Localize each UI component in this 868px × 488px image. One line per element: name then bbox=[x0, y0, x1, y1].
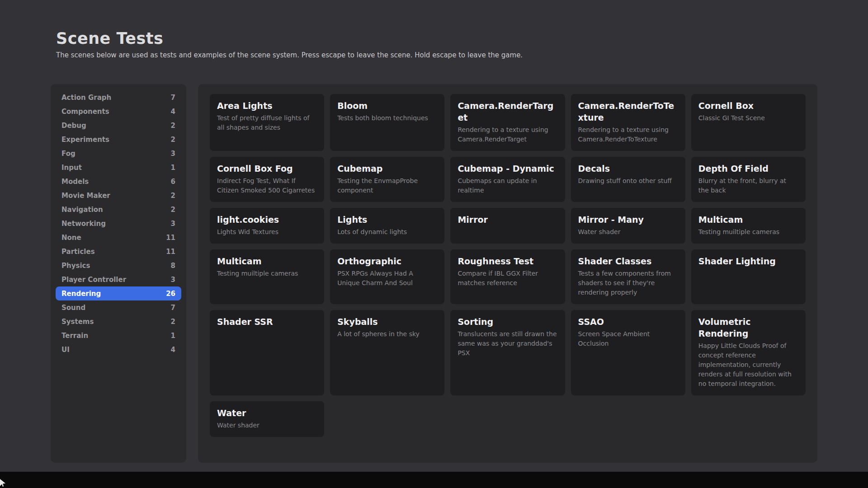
sidebar-item-particles[interactable]: Particles 11 bbox=[56, 244, 181, 258]
scene-card-description: Lots of dynamic lights bbox=[337, 227, 437, 237]
sidebar-item-label: Fog bbox=[61, 150, 75, 158]
scene-card-decals[interactable]: Decals Drawing stuff onto other stuff bbox=[571, 157, 685, 202]
sidebar-item-label: Systems bbox=[61, 318, 94, 326]
scene-card-area-lights[interactable]: Area Lights Test of pretty diffuse light… bbox=[210, 94, 324, 151]
sidebar-item-action-graph[interactable]: Action Graph 7 bbox=[56, 90, 181, 104]
scene-card-volumetric-rendering[interactable]: Volumetric Rendering Happy Little Clouds… bbox=[691, 310, 806, 395]
scene-card-description: Testing the EnvmapProbe component bbox=[337, 176, 437, 195]
sidebar-item-count: 6 bbox=[171, 178, 175, 186]
scene-card-title: SSAO bbox=[578, 316, 678, 328]
scene-card-ssao[interactable]: SSAO Screen Space Ambient Occlusion bbox=[571, 310, 685, 395]
sidebar-item-count: 1 bbox=[171, 164, 175, 172]
sidebar-item-label: Action Graph bbox=[61, 94, 111, 102]
sidebar-item-label: Models bbox=[61, 178, 89, 186]
sidebar-item-count: 1 bbox=[171, 332, 175, 340]
sidebar-item-count: 7 bbox=[171, 94, 175, 102]
sidebar-item-count: 4 bbox=[171, 108, 175, 116]
sidebar-item-navigation[interactable]: Navigation 2 bbox=[56, 202, 181, 216]
scene-card-camera-rendertotexture[interactable]: Camera.RenderToTexture Rendering to a te… bbox=[571, 94, 685, 151]
scene-card-title: Cornell Box Fog bbox=[217, 163, 317, 174]
scene-card-title: Cubemap - Dynamic bbox=[458, 163, 557, 174]
scene-card-title: Shader Classes bbox=[578, 255, 678, 267]
scene-card-shader-lighting[interactable]: Shader Lighting bbox=[691, 249, 806, 304]
sidebar-item-systems[interactable]: Systems 2 bbox=[56, 314, 181, 328]
scene-card-description: Rendering to a texture using Camera.Rend… bbox=[578, 125, 678, 144]
scene-card-mirror-many[interactable]: Mirror - Many Water shader bbox=[571, 208, 685, 244]
sidebar-item-models[interactable]: Models 6 bbox=[56, 174, 181, 188]
scene-card-camera-rendertarget[interactable]: Camera.RenderTarget Rendering to a textu… bbox=[450, 94, 565, 151]
scene-card-description: Drawing stuff onto other stuff bbox=[578, 176, 678, 186]
scene-card-title: light.cookies bbox=[217, 214, 317, 225]
scene-card-shader-ssr[interactable]: Shader SSR bbox=[210, 310, 324, 395]
scene-card-orthographic[interactable]: Orthographic PSX RPGs Always Had A Uniqu… bbox=[330, 249, 444, 304]
scene-card-title: Roughness Test bbox=[458, 255, 557, 267]
scene-card-description: Cubemaps can update in realtime bbox=[458, 176, 557, 195]
scene-card-lights[interactable]: Lights Lots of dynamic lights bbox=[330, 208, 444, 244]
scene-card-title: Cornell Box bbox=[698, 100, 798, 112]
sidebar-item-label: Networking bbox=[61, 220, 106, 228]
sidebar-item-movie-maker[interactable]: Movie Maker 2 bbox=[56, 188, 181, 202]
page-title: Scene Tests bbox=[56, 29, 779, 48]
sidebar-item-label: None bbox=[61, 234, 81, 242]
scene-card-description: Testing muiltiple cameras bbox=[698, 227, 798, 237]
scene-card-title: Shader SSR bbox=[217, 316, 317, 328]
sidebar-item-label: Input bbox=[61, 164, 82, 172]
sidebar-item-count: 2 bbox=[171, 192, 175, 200]
scene-card-shader-classes[interactable]: Shader Classes Tests a few components fr… bbox=[571, 249, 685, 304]
sidebar-item-ui[interactable]: UI 4 bbox=[56, 343, 181, 357]
sidebar-item-experiments[interactable]: Experiments 2 bbox=[56, 132, 181, 146]
sidebar-item-rendering[interactable]: Rendering 26 bbox=[56, 286, 181, 300]
sidebar-item-label: Particles bbox=[61, 248, 95, 256]
scene-card-description: Water shader bbox=[217, 421, 317, 430]
sidebar-item-sound[interactable]: Sound 7 bbox=[56, 300, 181, 314]
page-subtitle: The scenes below are used as tests and e… bbox=[56, 51, 779, 60]
sidebar-item-count: 11 bbox=[166, 248, 175, 256]
scene-card-title: Cubemap bbox=[337, 163, 437, 174]
sidebar-item-player-controller[interactable]: Player Controller 3 bbox=[56, 272, 181, 286]
scene-card-cubemap[interactable]: Cubemap Testing the EnvmapProbe componen… bbox=[330, 157, 444, 202]
category-sidebar: Action Graph 7 Components 4 Debug 2 Expe… bbox=[51, 84, 186, 463]
scene-card-multicam[interactable]: Multicam Testing muiltiple cameras bbox=[691, 208, 806, 244]
sidebar-item-count: 4 bbox=[171, 346, 175, 354]
scene-card-multicam[interactable]: Multicam Testing muiltiple cameras bbox=[210, 249, 324, 304]
sidebar-item-terrain[interactable]: Terrain 1 bbox=[56, 328, 181, 343]
scene-card-description: Happy Little Clouds Proof of concept ref… bbox=[698, 341, 798, 389]
scene-card-cornell-box[interactable]: Cornell Box Classic GI Test Scene bbox=[691, 94, 806, 151]
scene-card-title: Orthographic bbox=[337, 255, 437, 267]
scene-card-title: Depth Of Field bbox=[698, 163, 798, 174]
sidebar-item-physics[interactable]: Physics 8 bbox=[56, 258, 181, 272]
scene-card-description: Water shader bbox=[578, 227, 678, 237]
scene-card-light-cookies[interactable]: light.cookies Lights Wid Textures bbox=[210, 208, 324, 244]
scene-card-title: Sorting bbox=[458, 316, 557, 328]
sidebar-item-fog[interactable]: Fog 3 bbox=[56, 146, 181, 160]
sidebar-item-networking[interactable]: Networking 3 bbox=[56, 216, 181, 230]
sidebar-item-debug[interactable]: Debug 2 bbox=[56, 118, 181, 132]
sidebar-item-count: 3 bbox=[171, 276, 175, 284]
scene-card-mirror[interactable]: Mirror bbox=[450, 208, 565, 244]
scene-card-water[interactable]: Water Water shader bbox=[210, 401, 324, 437]
scene-card-cornell-box-fog[interactable]: Cornell Box Fog Indirect Fog Test, What … bbox=[210, 157, 324, 202]
sidebar-item-label: Movie Maker bbox=[61, 192, 110, 200]
scene-card-title: Decals bbox=[578, 163, 678, 174]
sidebar-item-none[interactable]: None 11 bbox=[56, 230, 181, 244]
scene-list-panel: Area Lights Test of pretty diffuse light… bbox=[198, 84, 817, 463]
scene-card-description: PSX RPGs Always Had A Unique Charm And S… bbox=[337, 269, 437, 288]
scene-card-bloom[interactable]: Bloom Tests both bloom techniques bbox=[330, 94, 444, 151]
sidebar-item-components[interactable]: Components 4 bbox=[56, 104, 181, 118]
sidebar-item-label: Rendering bbox=[61, 290, 101, 298]
scene-card-title: Volumetric Rendering bbox=[698, 316, 798, 339]
page-header: Scene Tests The scenes below are used as… bbox=[56, 29, 779, 60]
scene-card-title: Multicam bbox=[698, 214, 798, 225]
bottom-letterbox bbox=[0, 472, 868, 488]
scene-card-description: Translucents are still drawn the same wa… bbox=[458, 329, 557, 358]
sidebar-item-count: 2 bbox=[171, 206, 175, 214]
scene-card-title: Skyballs bbox=[337, 316, 437, 328]
scene-card-sorting[interactable]: Sorting Translucents are still drawn the… bbox=[450, 310, 565, 395]
scene-card-title: Water bbox=[217, 407, 317, 419]
sidebar-item-input[interactable]: Input 1 bbox=[56, 160, 181, 174]
scene-card-roughness-test[interactable]: Roughness Test Compare if IBL GGX Filter… bbox=[450, 249, 565, 304]
scene-card-cubemap-dynamic[interactable]: Cubemap - Dynamic Cubemaps can update in… bbox=[450, 157, 565, 202]
scene-card-depth-of-field[interactable]: Depth Of Field Blurry at the front, blur… bbox=[691, 157, 806, 202]
scene-card-skyballs[interactable]: Skyballs A lot of spheres in the sky bbox=[330, 310, 444, 395]
scene-card-title: Camera.RenderTarget bbox=[458, 100, 557, 123]
